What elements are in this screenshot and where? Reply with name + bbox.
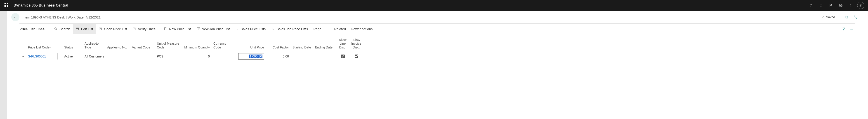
col-applies-type[interactable]: Applies-to Type (83, 41, 105, 52)
verify-lines-label: Verify Lines... (138, 27, 158, 31)
new-job-price-list-label: New Job Price List (202, 27, 230, 31)
unit-price-input[interactable]: 1,000.80 (238, 53, 264, 60)
svg-line-1 (812, 6, 812, 7)
new-price-list-label: New Price List (169, 27, 191, 31)
price-list-grid: Price List Code↑ Status Applies-to Type … (20, 40, 855, 61)
sales-job-price-lists-label: Sales Job Price Lists (276, 27, 308, 31)
back-button[interactable] (11, 13, 20, 21)
col-start-date[interactable]: Starting Date (291, 45, 313, 52)
search-icon[interactable] (806, 0, 816, 11)
list-settings-icon[interactable] (848, 25, 855, 33)
svg-rect-9 (76, 28, 79, 30)
sort-ascending-icon: ↑ (50, 46, 52, 49)
page-menu[interactable]: Page (311, 24, 324, 34)
row-selector-icon[interactable]: → (20, 54, 26, 59)
cell-status[interactable]: Active (62, 54, 83, 59)
saved-label: Saved (826, 15, 835, 19)
svg-point-31 (850, 28, 850, 28)
cell-cost-factor[interactable]: 0.00 (266, 54, 291, 59)
app-title: Dynamics 365 Business Central (13, 3, 68, 7)
svg-point-7 (55, 28, 57, 30)
left-gutter (0, 11, 7, 119)
settings-icon[interactable] (836, 0, 846, 11)
svg-point-3 (850, 6, 851, 6)
col-currency[interactable]: Currency Code (212, 41, 237, 52)
search-button[interactable]: Search (51, 24, 73, 34)
cell-currency[interactable] (212, 55, 237, 57)
search-label: Search (59, 27, 70, 31)
open-price-list-label: Open Price List (104, 27, 127, 31)
svg-point-2 (840, 5, 841, 6)
col-price-list-code[interactable]: Price List Code↑ (26, 45, 56, 52)
svg-line-6 (856, 17, 857, 18)
svg-rect-12 (99, 28, 101, 30)
sales-price-lists-button[interactable]: Sales Price Lists (232, 24, 268, 34)
cell-end-date[interactable] (313, 55, 336, 57)
page-surface: Item 1896-S ATHENS Desk | Work Date: 4/1… (7, 11, 868, 119)
popout-icon[interactable] (843, 13, 850, 21)
svg-line-5 (854, 16, 855, 17)
breadcrumb: Item 1896-S ATHENS Desk | Work Date: 4/1… (24, 15, 101, 19)
saved-indicator: Saved (821, 15, 835, 19)
collapse-icon[interactable] (852, 13, 859, 21)
new-price-list-button[interactable]: New Price List (161, 24, 193, 34)
col-variant-code[interactable]: Variant Code (130, 45, 155, 52)
app-bar: Dynamics 365 Business Central IK (0, 0, 868, 11)
cell-variant[interactable] (130, 55, 155, 57)
col-applies-no[interactable]: Applies-to No. (105, 45, 130, 52)
filter-icon[interactable] (840, 25, 848, 33)
notifications-icon[interactable] (816, 0, 826, 11)
svg-rect-16 (164, 28, 166, 30)
col-uom[interactable]: Unit of Measure Code (155, 41, 182, 52)
cell-start-date[interactable] (291, 55, 313, 57)
svg-rect-15 (133, 28, 135, 30)
cell-applies-type[interactable]: All Customers (83, 54, 105, 59)
col-min-qty[interactable]: Minimum Quantity (182, 45, 212, 52)
svg-point-32 (850, 29, 850, 29)
new-job-price-list-button[interactable]: New Job Price List (193, 24, 232, 34)
app-launcher-icon[interactable] (4, 3, 8, 8)
verify-lines-button[interactable]: Verify Lines... (130, 24, 161, 34)
col-end-date[interactable]: Ending Date (313, 45, 336, 52)
price-list-code-link[interactable]: S-PLS00001 (28, 54, 46, 58)
flag-icon[interactable] (826, 0, 836, 11)
sales-price-lists-label: Sales Price Lists (241, 27, 266, 31)
svg-rect-19 (197, 28, 199, 30)
row-menu-icon[interactable]: ⋮ (57, 53, 62, 60)
col-status[interactable]: Status (62, 45, 83, 52)
related-menu[interactable]: Related (332, 24, 349, 34)
svg-line-8 (57, 30, 57, 30)
grid-header: Price List Code↑ Status Applies-to Type … (20, 40, 855, 52)
col-unit-price[interactable]: Unit Price (237, 45, 266, 52)
edit-list-label: Edit List (81, 27, 93, 31)
page-title: Price List Lines (20, 27, 44, 31)
svg-point-20 (199, 28, 200, 28)
col-cost-factor[interactable]: Cost Factor (266, 45, 291, 52)
unit-price-value: 1,000.80 (249, 54, 263, 58)
col-allow-invoice-disc[interactable]: Allow Invoice Disc. (349, 37, 363, 52)
cell-applies-no[interactable] (105, 55, 130, 57)
command-bar: Price List Lines Search Edit List Open P… (20, 24, 855, 34)
table-row[interactable]: → S-PLS00001 ⋮ Active All Customers PCS … (20, 52, 855, 61)
col-allow-line-disc[interactable]: Allow Line Disc. (336, 37, 349, 52)
user-avatar[interactable]: IK (857, 2, 864, 9)
open-price-list-button[interactable]: Open Price List (96, 24, 130, 34)
edit-list-button[interactable]: Edit List (73, 24, 96, 34)
allow-line-disc-checkbox[interactable] (341, 54, 345, 58)
svg-point-0 (810, 4, 812, 6)
page-header: Item 1896-S ATHENS Desk | Work Date: 4/1… (7, 11, 868, 24)
fewer-options[interactable]: Fewer options (348, 24, 375, 34)
svg-marker-27 (843, 28, 845, 30)
cell-uom[interactable]: PCS (155, 54, 182, 59)
allow-invoice-disc-checkbox[interactable] (355, 54, 358, 58)
cell-min-qty[interactable]: 0 (182, 54, 212, 59)
sales-job-price-lists-button[interactable]: Sales Job Price Lists (268, 24, 311, 34)
help-icon[interactable] (846, 0, 856, 11)
